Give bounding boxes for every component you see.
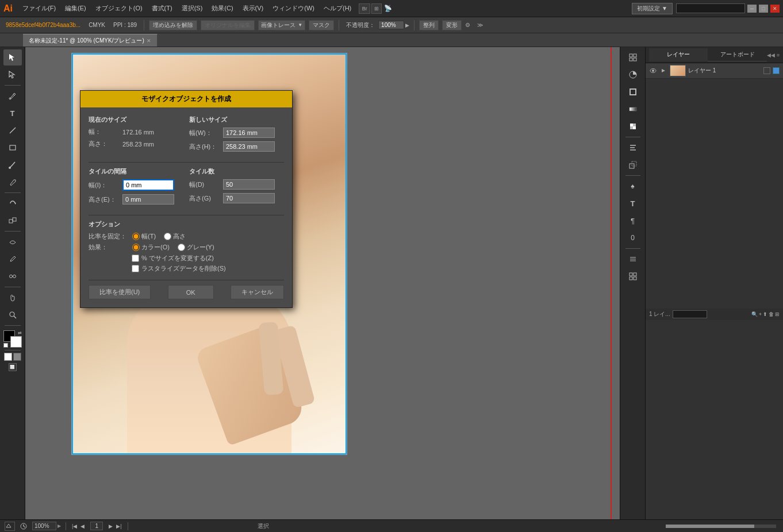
rasterize-checkbox[interactable] [132, 265, 139, 272]
resize-checkbox[interactable] [132, 255, 139, 262]
close-button[interactable]: ✕ [770, 5, 780, 13]
menu-effect[interactable]: 効果(C) [208, 3, 237, 14]
panel-menu-icon[interactable]: ≡ [777, 52, 780, 58]
nav-first-btn[interactable]: |◀ [71, 523, 78, 529]
effect-gray-option[interactable]: グレー(Y) [178, 243, 214, 252]
tool-paintbrush[interactable] [3, 157, 22, 173]
tool-direct-select[interactable] [3, 67, 22, 83]
right-btn-align[interactable] [624, 140, 642, 156]
ok-button[interactable]: OK [168, 285, 214, 299]
tool-blend[interactable] [3, 268, 22, 284]
page-input[interactable] [90, 522, 103, 530]
more-icon[interactable]: ⚙ [465, 22, 470, 28]
right-btn-grid2[interactable] [624, 268, 642, 284]
count-height-input[interactable] [223, 193, 275, 203]
right-btn-grid[interactable] [624, 49, 642, 65]
align-button[interactable]: 整列 [419, 20, 439, 30]
ratio-height-radio[interactable] [164, 233, 171, 240]
embed-button[interactable]: 埋め込みを解除 [149, 20, 197, 30]
menu-file[interactable]: ファイル(F) [18, 3, 60, 14]
layers-grid-icon[interactable]: ⊞ [775, 311, 780, 317]
ratio-width-option[interactable]: 幅(T) [132, 232, 156, 241]
zoom-input[interactable] [32, 522, 56, 530]
right-btn-char[interactable]: 0 [624, 230, 642, 246]
ratio-width-radio[interactable] [132, 233, 140, 240]
minimize-button[interactable]: ─ [747, 5, 757, 13]
tool-zoom[interactable] [3, 307, 22, 323]
new-width-input[interactable] [223, 128, 275, 138]
effect-gray-radio[interactable] [178, 244, 185, 251]
menu-type[interactable]: 書式(T) [148, 3, 176, 14]
tool-scale[interactable] [3, 213, 22, 229]
artboard-tab[interactable]: アートボード [708, 48, 766, 61]
count-width-input[interactable] [223, 179, 275, 190]
tool-rect[interactable] [3, 140, 22, 156]
image-trace-dropdown[interactable]: 画像トレース ▼ [258, 20, 305, 30]
icon-btn[interactable]: 📡 [383, 3, 393, 14]
layers-add-icon[interactable]: + [759, 311, 762, 317]
mask-button[interactable]: マスク [309, 20, 334, 30]
tool-pencil[interactable] [3, 174, 22, 190]
zoom-arrow[interactable]: ▶ [57, 523, 61, 529]
tool-rotate[interactable] [3, 195, 22, 211]
workspace-button[interactable]: 初期設定 ▼ [632, 3, 673, 14]
status-icon[interactable] [5, 522, 15, 531]
right-btn-symbol[interactable]: ♠ [624, 178, 642, 194]
layers-tab[interactable]: レイヤー [649, 48, 708, 61]
right-btn-transparency[interactable] [624, 118, 642, 134]
toolbar-more[interactable]: ≫ [477, 22, 483, 28]
collapse-icon[interactable]: ◀◀ [767, 52, 775, 58]
device-btn[interactable]: ⊞ [371, 3, 382, 14]
effect-color-radio[interactable] [132, 244, 140, 251]
layer-expand-btn[interactable] [659, 68, 667, 73]
layer-color-btn[interactable] [773, 67, 780, 74]
bridge-btn[interactable]: Br [359, 3, 370, 14]
opacity-arrow[interactable]: ▶ [405, 22, 409, 28]
maximize-button[interactable]: □ [759, 5, 768, 13]
effect-color-option[interactable]: カラー(O) [132, 243, 170, 252]
edit-original-button[interactable]: オリジナルを編集 [201, 20, 255, 30]
status-icon2[interactable] [20, 522, 28, 530]
layer-lock-btn[interactable] [763, 67, 770, 74]
right-btn-gradient[interactable] [624, 101, 642, 117]
menu-window[interactable]: ウィンドウ(W) [268, 3, 318, 14]
spacing-height-input[interactable] [122, 194, 174, 205]
menu-select[interactable]: 選択(S) [178, 3, 207, 14]
resize-checkbox-label[interactable]: % でサイズを変更する(Z) [132, 254, 284, 263]
nav-prev-btn[interactable]: ◀ [79, 523, 86, 529]
cancel-button[interactable]: キャンセル [231, 285, 284, 299]
transform-button[interactable]: 変形 [442, 20, 462, 30]
document-tab[interactable]: 名称未設定-11* @ 100% (CMYK/プレビュー) ✕ [23, 34, 158, 47]
right-btn-type[interactable]: T [624, 195, 642, 211]
swap-colors-icon[interactable]: ⇄ [18, 330, 22, 336]
tool-eyedropper[interactable] [3, 251, 22, 267]
layers-search-icon[interactable]: 🔍 [751, 311, 758, 317]
tool-warp[interactable] [3, 234, 22, 250]
mask-mode-btn[interactable] [13, 353, 21, 361]
menu-help[interactable]: ヘルプ(H) [320, 3, 355, 14]
right-btn-transform[interactable] [624, 157, 642, 173]
layers-arrange-icon[interactable]: ⬆ [763, 311, 767, 317]
tool-hand[interactable] [3, 290, 22, 306]
menu-view[interactable]: 表示(V) [239, 3, 268, 14]
layers-delete-icon[interactable]: 🗑 [769, 311, 774, 317]
opacity-input[interactable] [378, 21, 404, 29]
search-input[interactable] [676, 3, 745, 13]
tool-select[interactable] [3, 49, 22, 65]
nav-next-btn[interactable]: ▶ [108, 523, 114, 529]
tool-line[interactable] [3, 122, 22, 138]
menu-object[interactable]: オブジェクト(O) [91, 3, 147, 14]
screen-mode-btn[interactable]: ⬜ [9, 363, 17, 371]
nav-last-btn[interactable]: ▶| [115, 523, 122, 529]
new-height-input[interactable] [223, 141, 275, 152]
menu-edit[interactable]: 編集(E) [61, 3, 90, 14]
use-ratio-button[interactable]: 比率を使用(U) [89, 285, 151, 299]
spacing-width-input[interactable] [122, 179, 174, 191]
normal-mode-btn[interactable] [4, 353, 12, 361]
tool-type[interactable]: T [3, 105, 22, 121]
tool-pen[interactable] [3, 88, 22, 104]
background-color[interactable] [10, 336, 22, 348]
layers-search-input[interactable] [673, 310, 707, 318]
right-btn-stroke[interactable] [624, 84, 642, 100]
layer-visibility-btn[interactable] [649, 68, 657, 74]
